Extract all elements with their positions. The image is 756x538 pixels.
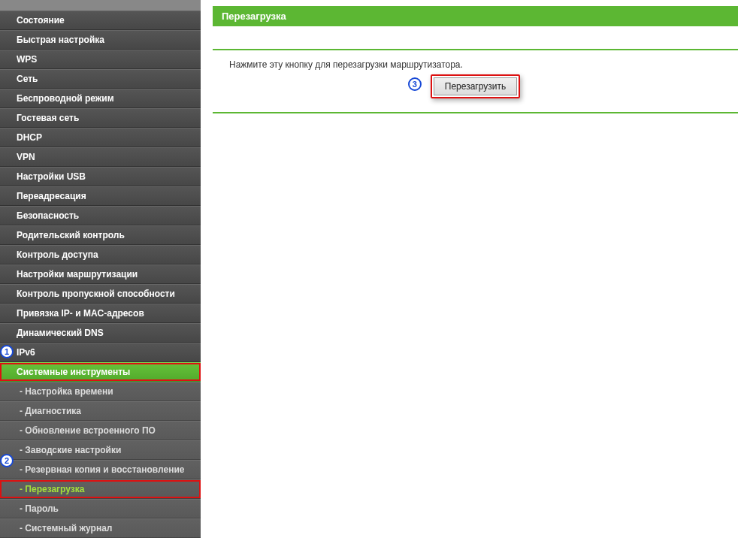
sidebar-item-forwarding[interactable]: Переадресация bbox=[0, 186, 201, 206]
divider-bottom bbox=[213, 112, 738, 113]
sidebar-item-ddns[interactable]: Динамический DNS bbox=[0, 323, 201, 343]
sidebar-item-quick-setup[interactable]: Быстрая настройка bbox=[0, 30, 201, 50]
sidebar-item-usb-settings[interactable]: Настройки USB bbox=[0, 167, 201, 186]
sidebar-item-ipv6[interactable]: IPv6 bbox=[0, 343, 201, 362]
sidebar-subitem-system-log[interactable]: - Системный журнал bbox=[0, 518, 201, 538]
sidebar-subitem-password[interactable]: - Пароль bbox=[0, 499, 201, 518]
sidebar-item-bandwidth-control[interactable]: Контроль пропускной способности bbox=[0, 284, 201, 304]
sidebar-subitem-diagnostics[interactable]: - Диагностика bbox=[0, 401, 201, 421]
reboot-instruction-text: Нажмите эту кнопку для перезагрузки марш… bbox=[213, 50, 738, 76]
sidebar-item-ip-mac-binding[interactable]: Привязка IP- и MAC-адресов bbox=[0, 304, 201, 323]
sidebar-item-dhcp[interactable]: DHCP bbox=[0, 128, 201, 147]
sidebar-item-network[interactable]: Сеть bbox=[0, 69, 201, 89]
sidebar-item-parental-control[interactable]: Родительский контроль bbox=[0, 225, 201, 245]
sidebar-item-wireless[interactable]: Беспроводной режим bbox=[0, 89, 201, 108]
annotation-badge-2: 2 bbox=[0, 454, 14, 467]
sidebar-subitem-reboot[interactable]: - Перезагрузка bbox=[0, 479, 201, 499]
reboot-button-highlight: Перезагрузить bbox=[431, 74, 520, 98]
sidebar-subitem-backup-restore[interactable]: - Резервная копия и восстановление bbox=[0, 460, 201, 479]
sidebar: Состояние Быстрая настройка WPS Сеть Бес… bbox=[0, 0, 201, 538]
sidebar-subitem-time-settings[interactable]: - Настройка времени bbox=[0, 382, 201, 401]
sidebar-subitem-firmware-upgrade[interactable]: - Обновление встроенного ПО bbox=[0, 421, 201, 440]
sidebar-item-guest-network[interactable]: Гостевая сеть bbox=[0, 108, 201, 128]
sidebar-item-wps[interactable]: WPS bbox=[0, 50, 201, 69]
main-panel: Перезагрузка Нажмите эту кнопку для пере… bbox=[201, 0, 756, 538]
sidebar-item-system-tools[interactable]: Системные инструменты bbox=[0, 362, 201, 382]
reboot-button[interactable]: Перезагрузить bbox=[434, 77, 517, 95]
sidebar-item-security[interactable]: Безопасность bbox=[0, 206, 201, 225]
sidebar-item-access-control[interactable]: Контроль доступа bbox=[0, 245, 201, 264]
sidebar-item-routing[interactable]: Настройки маршрутизации bbox=[0, 264, 201, 284]
sidebar-item-status[interactable]: Состояние bbox=[0, 11, 201, 30]
annotation-badge-1: 1 bbox=[0, 345, 14, 358]
sidebar-item-vpn[interactable]: VPN bbox=[0, 147, 201, 167]
annotation-badge-3: 3 bbox=[408, 77, 422, 91]
sidebar-header-strip bbox=[0, 0, 201, 11]
sidebar-subitem-factory-defaults[interactable]: - Заводские настройки bbox=[0, 440, 201, 460]
page-title: Перезагрузка bbox=[213, 6, 738, 26]
